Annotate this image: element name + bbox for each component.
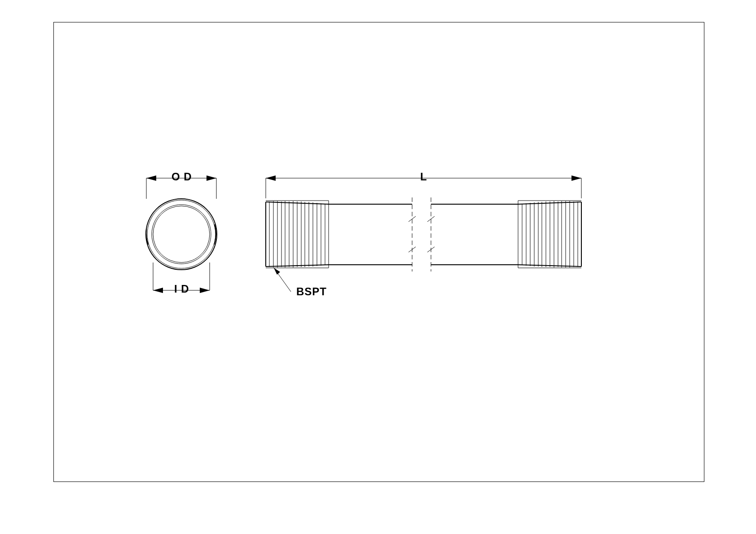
thread-right-group <box>522 201 578 267</box>
od-arrow-left <box>146 175 156 181</box>
drawing-canvas: O D I D L BSPT <box>53 22 704 482</box>
id-arrow-right <box>200 288 210 293</box>
l-arrow-right <box>571 175 581 181</box>
end-view-accent-right <box>214 224 216 245</box>
drawing-svg <box>54 22 705 482</box>
id-label: I D <box>174 283 189 295</box>
end-view-inner-ring <box>152 205 211 264</box>
id-arrow-left <box>153 288 163 293</box>
end-view-inner-circle <box>153 206 210 263</box>
thread-type-label: BSPT <box>296 285 327 298</box>
thread-left-group <box>269 201 325 267</box>
end-view-outer-circle <box>146 199 217 270</box>
l-arrow-left <box>266 175 276 181</box>
od-arrow-right <box>207 175 216 181</box>
bspt-leader-arrow <box>274 268 280 275</box>
od-label: O D <box>171 171 192 183</box>
length-label: L <box>420 171 427 183</box>
end-view-outer-ring-inner <box>147 200 215 268</box>
